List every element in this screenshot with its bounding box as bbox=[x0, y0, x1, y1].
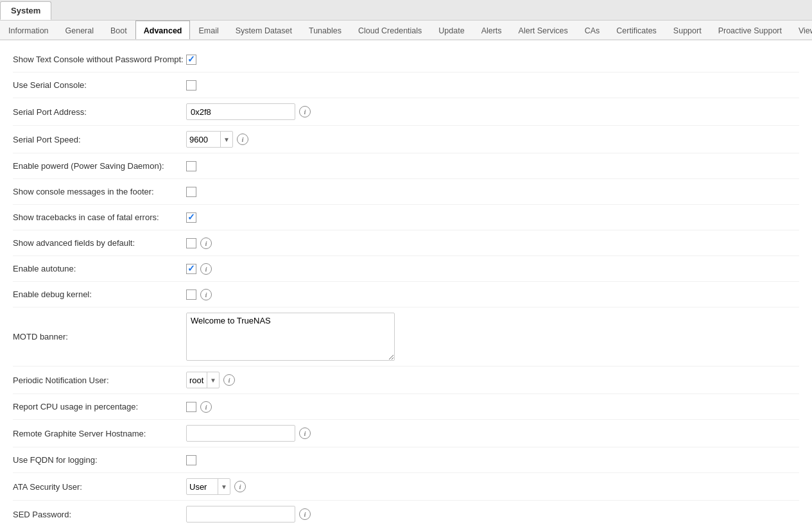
form-row-report-cpu-usage: Report CPU usage in percentage:i bbox=[13, 394, 799, 420]
checkbox-use-fqdn-logging[interactable] bbox=[186, 455, 196, 465]
info-icon-show-advanced-fields[interactable]: i bbox=[200, 238, 212, 249]
tab-system-dataset[interactable]: System Dataset bbox=[227, 21, 300, 40]
control-area-enable-debug-kernel: i bbox=[186, 289, 212, 300]
tab-information[interactable]: Information bbox=[0, 21, 57, 40]
label-show-tracebacks: Show tracebacks in case of fatal errors: bbox=[13, 212, 186, 222]
checkbox-show-console-messages[interactable] bbox=[186, 187, 196, 197]
form-row-use-fqdn-logging: Use FQDN for logging: bbox=[13, 447, 799, 473]
form-row-use-serial-console: Use Serial Console: bbox=[13, 73, 799, 98]
label-sed-password: SED Password: bbox=[13, 510, 186, 519]
label-show-advanced-fields: Show advanced fields by default: bbox=[13, 238, 186, 248]
control-area-enable-powerd bbox=[186, 161, 196, 171]
checkbox-show-tracebacks[interactable] bbox=[186, 212, 196, 223]
system-window-tab[interactable]: System bbox=[0, 1, 51, 20]
textarea-motd-banner[interactable]: Welcome to TrueNAS bbox=[186, 313, 395, 361]
form-row-periodic-notification-user: Periodic Notification User:root▼i bbox=[13, 367, 799, 394]
content-area: Show Text Console without Password Promp… bbox=[0, 40, 812, 527]
input-sed-password[interactable] bbox=[186, 506, 295, 523]
select-periodic-notification-user[interactable]: root bbox=[187, 374, 207, 386]
checkbox-enable-debug-kernel[interactable] bbox=[186, 289, 196, 300]
tab-cloud-credentials[interactable]: Cloud Credentials bbox=[350, 21, 430, 40]
window-tab-bar: System bbox=[0, 0, 812, 21]
checkbox-enable-powerd[interactable] bbox=[186, 161, 196, 171]
tab-boot[interactable]: Boot bbox=[102, 21, 135, 40]
info-icon-remote-graphite-server[interactable]: i bbox=[299, 428, 311, 439]
label-enable-autotune: Enable autotune: bbox=[13, 264, 186, 273]
control-area-use-serial-console bbox=[186, 80, 196, 91]
control-area-periodic-notification-user: root▼i bbox=[186, 372, 235, 388]
tab-alerts[interactable]: Alerts bbox=[473, 21, 510, 40]
control-area-enable-autotune: i bbox=[186, 263, 212, 275]
checkbox-show-text-console[interactable] bbox=[186, 55, 196, 65]
form-row-enable-debug-kernel: Enable debug kernel:i bbox=[13, 282, 799, 307]
checkbox-show-advanced-fields[interactable] bbox=[186, 238, 196, 248]
label-serial-port-speed: Serial Port Speed: bbox=[13, 135, 186, 144]
label-show-text-console: Show Text Console without Password Promp… bbox=[13, 55, 186, 64]
label-ata-security-user: ATA Security User: bbox=[13, 482, 186, 492]
info-icon-report-cpu-usage[interactable]: i bbox=[200, 401, 212, 413]
form-row-enable-powerd: Enable powerd (Power Saving Daemon): bbox=[13, 153, 799, 179]
label-motd-banner: MOTD banner: bbox=[13, 332, 186, 341]
control-area-use-fqdn-logging bbox=[186, 455, 196, 465]
info-icon-periodic-notification-user[interactable]: i bbox=[223, 374, 235, 386]
nav-tabs: InformationGeneralBootAdvancedEmailSyste… bbox=[0, 21, 812, 40]
form-row-sed-password: SED Password:i bbox=[13, 501, 799, 527]
form-row-show-advanced-fields: Show advanced fields by default:i bbox=[13, 230, 799, 256]
form-row-motd-banner: MOTD banner:Welcome to TrueNAS bbox=[13, 307, 799, 367]
select-ata-security-user[interactable]: UserMaster bbox=[187, 481, 218, 493]
info-icon-enable-autotune[interactable]: i bbox=[200, 263, 212, 275]
label-enable-debug-kernel: Enable debug kernel: bbox=[13, 289, 186, 299]
form-row-serial-port-speed: Serial Port Speed:9600192003840057600115… bbox=[13, 126, 799, 153]
label-serial-port-address: Serial Port Address: bbox=[13, 107, 186, 117]
label-use-serial-console: Use Serial Console: bbox=[13, 80, 186, 90]
tab-update[interactable]: Update bbox=[430, 21, 472, 40]
form-row-show-text-console: Show Text Console without Password Promp… bbox=[13, 47, 799, 73]
form-row-enable-autotune: Enable autotune:i bbox=[13, 256, 799, 282]
label-enable-powerd: Enable powerd (Power Saving Daemon): bbox=[13, 161, 186, 171]
tab-alert-services[interactable]: Alert Services bbox=[510, 21, 576, 40]
form-row-show-console-messages: Show console messages in the footer: bbox=[13, 179, 799, 205]
tab-general[interactable]: General bbox=[57, 21, 102, 40]
tab-support[interactable]: Support bbox=[665, 21, 710, 40]
checkbox-report-cpu-usage[interactable] bbox=[186, 402, 196, 412]
control-area-show-text-console bbox=[186, 55, 196, 65]
control-area-remote-graphite-server: i bbox=[186, 425, 311, 442]
form-row-show-tracebacks: Show tracebacks in case of fatal errors: bbox=[13, 205, 799, 230]
tab-certificates[interactable]: Certificates bbox=[608, 21, 665, 40]
checkbox-enable-autotune[interactable] bbox=[186, 264, 196, 274]
control-area-ata-security-user: UserMaster▼i bbox=[186, 478, 246, 495]
tab-email[interactable]: Email bbox=[190, 21, 227, 40]
tab-proactive-support[interactable]: Proactive Support bbox=[710, 21, 790, 40]
select-arrow-ata-security-user: ▼ bbox=[218, 479, 230, 494]
info-icon-enable-debug-kernel[interactable]: i bbox=[200, 289, 212, 300]
info-icon-serial-port-address[interactable]: i bbox=[299, 106, 311, 117]
tab-cas[interactable]: CAs bbox=[576, 21, 609, 40]
control-area-serial-port-speed: 9600192003840057600115200▼i bbox=[186, 131, 248, 148]
tab-view-enclosure[interactable]: View Enclosure bbox=[790, 21, 812, 40]
label-periodic-notification-user: Periodic Notification User: bbox=[13, 376, 186, 385]
select-serial-port-speed[interactable]: 9600192003840057600115200 bbox=[187, 134, 220, 146]
info-icon-serial-port-speed[interactable]: i bbox=[237, 134, 248, 145]
tab-tunables[interactable]: Tunables bbox=[300, 21, 350, 40]
label-show-console-messages: Show console messages in the footer: bbox=[13, 187, 186, 196]
select-arrow-serial-port-speed: ▼ bbox=[220, 132, 232, 147]
control-area-show-tracebacks bbox=[186, 212, 196, 223]
input-serial-port-address[interactable] bbox=[186, 103, 295, 120]
label-remote-graphite-server: Remote Graphite Server Hostname: bbox=[13, 429, 186, 438]
form-row-serial-port-address: Serial Port Address:i bbox=[13, 98, 799, 126]
label-report-cpu-usage: Report CPU usage in percentage: bbox=[13, 402, 186, 411]
checkbox-use-serial-console[interactable] bbox=[186, 80, 196, 91]
control-area-sed-password: i bbox=[186, 506, 311, 523]
label-use-fqdn-logging: Use FQDN for logging: bbox=[13, 455, 186, 465]
info-icon-ata-security-user[interactable]: i bbox=[234, 481, 246, 492]
control-area-motd-banner: Welcome to TrueNAS bbox=[186, 313, 395, 361]
form-row-remote-graphite-server: Remote Graphite Server Hostname:i bbox=[13, 420, 799, 447]
input-remote-graphite-server[interactable] bbox=[186, 425, 295, 442]
control-area-show-advanced-fields: i bbox=[186, 238, 212, 249]
form-row-ata-security-user: ATA Security User:UserMaster▼i bbox=[13, 473, 799, 501]
control-area-show-console-messages bbox=[186, 187, 196, 197]
control-area-report-cpu-usage: i bbox=[186, 401, 212, 413]
info-icon-sed-password[interactable]: i bbox=[299, 508, 311, 520]
tab-advanced[interactable]: Advanced bbox=[135, 21, 191, 40]
select-arrow-periodic-notification-user: ▼ bbox=[207, 372, 219, 388]
